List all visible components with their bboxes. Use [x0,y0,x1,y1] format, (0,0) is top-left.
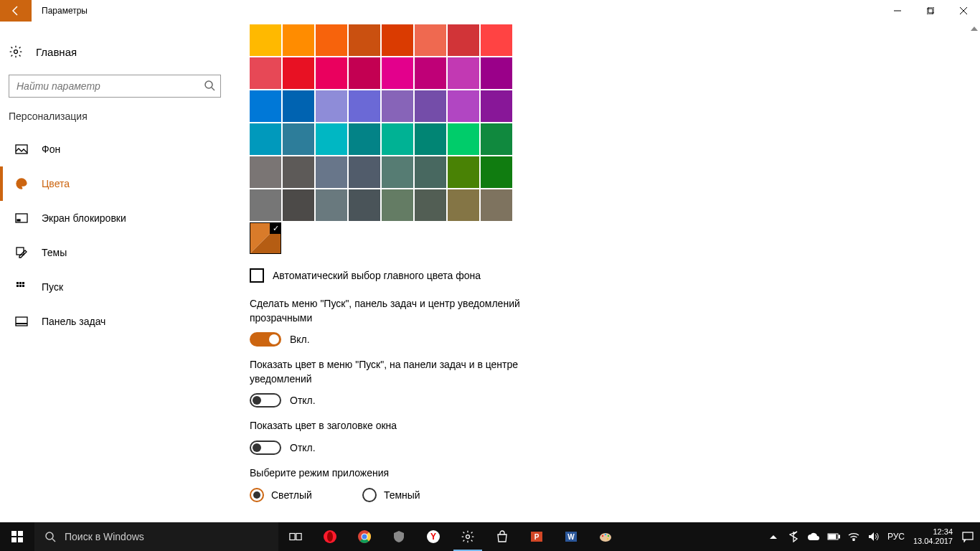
svg-rect-14 [17,248,24,255]
battery-icon[interactable] [827,533,840,540]
color-swatch[interactable] [283,57,314,89]
color-swatch[interactable] [415,24,446,56]
color-swatch[interactable] [382,123,413,155]
onedrive-icon[interactable] [807,532,820,541]
taskbar-app-opera[interactable] [313,522,347,551]
sidebar-item-colors[interactable]: Цвета [0,166,230,201]
action-center-icon[interactable] [961,531,974,542]
svg-point-6 [205,81,212,88]
sidebar-item-background[interactable]: Фон [0,132,230,166]
color-swatch[interactable] [349,156,380,188]
search-input[interactable] [9,75,221,98]
color-swatch[interactable] [382,24,413,56]
sidebar-home[interactable]: Главная [0,39,230,65]
color-swatch[interactable] [250,156,281,188]
maximize-button[interactable] [914,0,947,22]
sidebar-item-themes[interactable]: Темы [0,235,230,270]
color-swatch[interactable] [250,90,281,122]
color-swatch[interactable] [448,24,479,56]
color-swatch[interactable] [250,24,281,56]
color-swatch[interactable] [448,90,479,122]
taskbar-app-chrome[interactable] [347,522,382,551]
back-button[interactable] [0,0,32,22]
color-swatch[interactable] [415,189,446,221]
tray-time: 12:34 [913,527,953,537]
taskbar-app-word[interactable]: W [554,522,588,551]
color-swatch[interactable] [481,57,512,89]
tray-clock[interactable]: 12:34 13.04.2017 [913,527,953,546]
app-mode-dark[interactable]: Темный [362,488,420,502]
color-swatch[interactable] [448,123,479,155]
color-swatch[interactable] [316,123,347,155]
volume-icon[interactable] [867,532,880,542]
taskbar-app-powerpoint[interactable]: P [519,522,554,551]
color-swatch[interactable] [382,189,413,221]
color-swatch[interactable] [283,90,314,122]
color-swatch[interactable] [382,57,413,89]
svg-point-49 [607,538,608,540]
color-swatch[interactable] [349,24,380,56]
color-swatch[interactable] [349,123,380,155]
color-swatch[interactable] [382,90,413,122]
color-swatch[interactable] [316,189,347,221]
color-swatch[interactable] [349,90,380,122]
tray-language[interactable]: РУС [887,532,905,542]
close-button[interactable] [947,0,980,22]
color-swatch-custom[interactable]: ✓ [250,222,281,254]
color-swatch[interactable] [481,123,512,155]
color-swatch[interactable] [250,189,281,221]
svg-point-37 [362,534,367,540]
svg-rect-29 [290,534,295,540]
minimize-button[interactable] [881,0,914,22]
color-swatch[interactable] [481,90,512,122]
tray-chevron-icon[interactable] [767,532,780,541]
transparency-toggle[interactable] [250,332,281,347]
color-swatch[interactable] [448,156,479,188]
task-view-button[interactable] [278,522,313,551]
app-mode-light[interactable]: Светлый [250,488,312,502]
color-swatch[interactable] [382,156,413,188]
taskbar-app-wot[interactable] [382,522,416,551]
sidebar-item-lockscreen[interactable]: Экран блокировки [0,201,230,235]
scroll-chevron-icon[interactable] [970,24,979,34]
color-swatch[interactable] [283,156,314,188]
color-swatch[interactable] [349,57,380,89]
color-swatch[interactable] [481,24,512,56]
color-swatch[interactable] [250,57,281,89]
taskbar-app-settings[interactable] [451,522,485,551]
color-swatch[interactable] [481,156,512,188]
svg-point-46 [602,535,603,537]
bluetooth-icon[interactable] [787,531,800,542]
app-mode-dark-label: Темный [384,489,420,501]
gear-icon [9,44,23,59]
color-swatch[interactable] [283,189,314,221]
color-swatch[interactable] [349,189,380,221]
taskbar-app-yandex[interactable]: Y [416,522,451,551]
color-swatch[interactable] [415,123,446,155]
taskbar-app-paint[interactable] [588,522,623,551]
color-swatch[interactable] [481,189,512,221]
color-swatch[interactable] [415,90,446,122]
show-color-toggle[interactable] [250,393,281,408]
color-swatch[interactable] [415,57,446,89]
svg-text:P: P [534,533,540,541]
color-swatch[interactable] [448,189,479,221]
sidebar-item-taskbar[interactable]: Панель задач [0,304,230,339]
color-swatch[interactable] [316,90,347,122]
sidebar-item-start[interactable]: Пуск [0,270,230,304]
titlebar-color-toggle[interactable] [250,441,281,455]
sidebar-item-label: Фон [42,143,60,155]
color-swatch[interactable] [283,24,314,56]
color-swatch[interactable] [415,156,446,188]
color-swatch[interactable] [316,24,347,56]
color-swatch[interactable] [316,156,347,188]
color-swatch[interactable] [250,123,281,155]
start-button[interactable] [0,522,34,551]
wifi-icon[interactable] [847,532,860,541]
color-swatch[interactable] [283,123,314,155]
color-swatch[interactable] [316,57,347,89]
color-swatch[interactable] [448,57,479,89]
taskbar-app-store[interactable] [485,522,519,551]
auto-color-checkbox[interactable]: Автоматический выбор главного цвета фона [250,268,980,283]
taskbar-search[interactable]: Поиск в Windows [34,522,278,551]
